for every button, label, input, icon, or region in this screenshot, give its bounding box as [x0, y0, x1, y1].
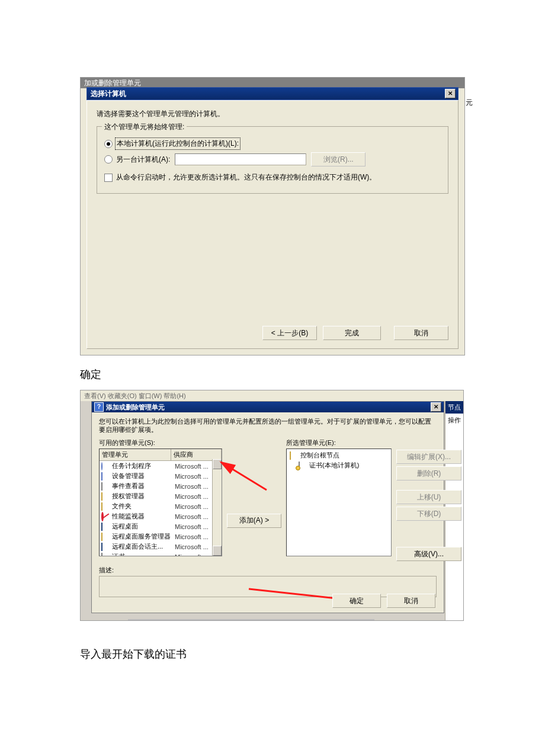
list-item[interactable]: 性能监视器Microsoft ...: [100, 511, 222, 521]
item-name: 证书: [112, 552, 172, 556]
item-name: 事件查看器: [112, 482, 172, 491]
browse-button[interactable]: 浏览(R)...: [311, 152, 366, 166]
list-item[interactable]: 远程桌面服务管理器Microsoft ...: [100, 531, 222, 542]
group-snapin-manage: 这个管理单元将始终管理: 本地计算机(运行此控制台的计算机)(L): 另一台计算…: [97, 126, 448, 194]
description-label: 描述:: [99, 566, 437, 575]
item-name: 证书(本地计算机): [309, 461, 388, 470]
item-name: 任务计划程序: [112, 462, 172, 470]
radio-local-label: 本地计算机(运行此控制台的计算机)(L):: [116, 139, 239, 149]
doc-caption-1: 确定: [80, 367, 545, 382]
move-up-button[interactable]: 上移(U): [396, 490, 461, 504]
cancel-button[interactable]: 取消: [394, 326, 448, 340]
list-item[interactable]: 设备管理器Microsoft ...: [100, 471, 222, 481]
item-name: 远程桌面服务管理器: [112, 532, 172, 541]
list-item[interactable]: 事件查看器Microsoft ...: [100, 481, 222, 491]
allow-change-checkbox[interactable]: [104, 174, 113, 182]
dialog-title: 选择计算机: [89, 89, 445, 99]
edit-extensions-button[interactable]: 编辑扩展(X)...: [396, 450, 461, 464]
dialog-titlebar: 选择计算机 ✕: [86, 87, 459, 100]
allow-change-label: 从命令行启动时，允许更改所选计算机。这只有在保存控制台的情况下才适用(W)。: [116, 172, 376, 182]
item-name: 文件夹: [112, 502, 172, 511]
list-item[interactable]: 任务计划程序Microsoft ...: [100, 461, 222, 471]
group-title: 这个管理单元将始终管理:: [102, 122, 187, 132]
actions-pane-item: 操作: [445, 414, 463, 427]
remove-button[interactable]: 删除(R): [396, 466, 461, 480]
radio-other-label: 另一台计算机(A):: [116, 155, 170, 165]
item-name: 控制台根节点: [300, 451, 388, 460]
move-down-button[interactable]: 下移(D): [396, 507, 461, 521]
list-item[interactable]: 文件夹Microsoft ...: [100, 501, 222, 511]
dialog2-title: 添加或删除管理单元: [106, 403, 431, 412]
list-item[interactable]: 证书Microsoft ...: [100, 552, 222, 556]
selected-label: 所选管理单元(E):: [286, 438, 392, 447]
background-text: 元: [466, 98, 473, 108]
screenshot-select-computer: 加或删除管理单元 元 选择计算机 ✕ 请选择需要这个管理单元管理的计算机。 这个…: [80, 77, 465, 355]
item-name: 设备管理器: [112, 472, 172, 480]
svg-line-0: [221, 462, 267, 490]
dialog-body: 请选择需要这个管理单元管理的计算机。 这个管理单元将始终管理: 本地计算机(运行…: [86, 100, 459, 349]
help-icon: ?: [94, 402, 104, 412]
dialog2-intro: 您可以在计算机上为此控制台选择可用的管理单元并配置所选的一组管理单元。对于可扩展…: [99, 417, 437, 434]
advanced-button[interactable]: 高级(V)...: [396, 547, 461, 561]
available-label: 可用的管理单元(S):: [99, 438, 222, 447]
doc-caption-2: 导入最开始下载的证书: [80, 647, 545, 661]
tree-item[interactable]: 证书(本地计算机): [288, 460, 390, 470]
item-name: 授权管理器: [112, 492, 172, 501]
close-icon[interactable]: ✕: [431, 402, 441, 412]
actions-pane-header: 节点: [445, 401, 463, 414]
selected-snapins-list[interactable]: 控制台根节点证书(本地计算机): [286, 449, 392, 556]
add-remove-dialog: ? 添加或删除管理单元 ✕ 您可以在计算机上为此控制台选择可用的管理单元并配置所…: [91, 401, 444, 613]
dialog2-titlebar: ? 添加或删除管理单元 ✕: [92, 402, 444, 412]
dialog-prompt: 请选择需要这个管理单元管理的计算机。: [97, 109, 448, 119]
available-snapins-list[interactable]: 管理单元 供应商 任务计划程序Microsoft ...设备管理器Microso…: [99, 449, 222, 556]
list-item[interactable]: 远程桌面会话主...Microsoft ...: [100, 542, 222, 552]
item-name: 远程桌面会话主...: [112, 542, 172, 551]
divider: [128, 619, 374, 620]
back-button[interactable]: < 上一步(B): [262, 326, 317, 340]
item-name: 远程桌面: [112, 522, 172, 531]
cancel-button[interactable]: 取消: [387, 594, 435, 608]
tree-item[interactable]: 控制台根节点: [288, 450, 390, 460]
menu-bar: 查看(V) 收藏夹(O) 窗口(W) 帮助(H): [81, 390, 463, 401]
annotation-arrow-icon: [216, 457, 270, 493]
finish-button[interactable]: 完成: [323, 326, 381, 340]
ok-button[interactable]: 确定: [332, 594, 381, 608]
radio-local-computer[interactable]: [104, 140, 113, 148]
other-computer-input[interactable]: [175, 153, 306, 165]
item-name: 性能监视器: [112, 512, 172, 521]
add-button[interactable]: 添加(A) >: [227, 514, 281, 528]
close-icon[interactable]: ✕: [445, 89, 456, 98]
radio-other-computer[interactable]: [104, 155, 113, 164]
col-name: 管理单元: [100, 449, 171, 460]
screenshot-add-remove-snapin: 查看(V) 收藏夹(O) 窗口(W) 帮助(H) 节点 操作 ? 添加或删除管理…: [80, 390, 464, 621]
list-item[interactable]: 授权管理器Microsoft ...: [100, 491, 222, 501]
list-item[interactable]: 远程桌面Microsoft ...: [100, 521, 222, 531]
